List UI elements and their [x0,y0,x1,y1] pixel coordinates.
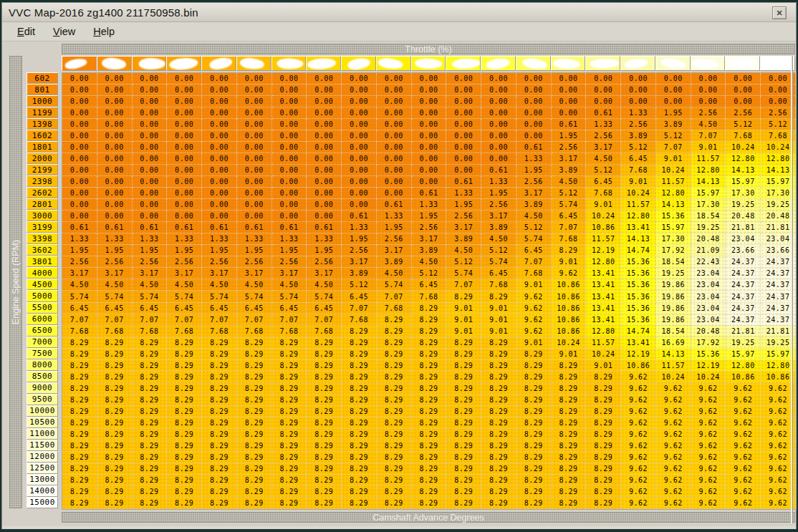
map-cell[interactable]: 8.29 [237,475,272,486]
map-cell[interactable]: 0.00 [377,119,412,130]
map-cell[interactable]: 7.07 [97,314,133,326]
map-cell[interactable]: 11.57 [656,176,691,188]
map-cell[interactable]: 19.86 [656,291,691,302]
map-cell[interactable]: 2.56 [167,256,202,268]
map-cell[interactable]: 9.01 [446,303,481,314]
column-header-cell[interactable] [201,56,236,71]
map-cell[interactable]: 12.19 [691,360,726,372]
map-cell[interactable]: 0.00 [552,107,587,119]
map-cell[interactable]: 0.00 [307,211,342,222]
map-cell[interactable]: 0.00 [167,199,202,211]
map-cell[interactable]: 0.00 [167,96,202,107]
map-cell[interactable]: 9.62 [621,498,656,509]
map-cell[interactable]: 7.68 [481,279,516,291]
map-cell[interactable]: 0.00 [202,84,237,96]
map-cell[interactable]: 0.00 [133,119,168,130]
map-cell[interactable]: 7.68 [377,303,412,314]
map-cell[interactable]: 8.29 [202,349,237,360]
map-cell[interactable]: 15.36 [656,211,691,222]
map-cell[interactable]: 9.62 [552,268,587,279]
column-header-cell[interactable] [132,56,167,71]
map-cell[interactable]: 0.00 [342,119,377,130]
map-cell[interactable]: 7.68 [586,188,621,199]
map-cell[interactable]: 6.45 [307,303,342,314]
map-cell[interactable]: 8.29 [481,383,516,395]
map-cell[interactable]: 0.00 [97,107,133,119]
map-cell[interactable]: 0.00 [237,188,272,199]
map-cell[interactable]: 0.00 [62,199,97,211]
map-cell[interactable]: 15.97 [691,188,726,199]
map-cell[interactable]: 0.00 [272,96,307,107]
map-cell[interactable]: 15.36 [621,303,656,314]
map-cell[interactable]: 20.48 [691,326,726,337]
map-cell[interactable]: 14.13 [726,165,761,176]
map-cell[interactable]: 0.61 [167,222,202,233]
map-cell[interactable]: 0.00 [446,165,481,176]
map-cell[interactable]: 8.29 [202,452,237,463]
map-cell[interactable]: 15.36 [621,256,656,268]
map-cell[interactable]: 8.29 [237,383,272,395]
map-cell[interactable]: 8.29 [202,395,237,406]
map-cell[interactable]: 8.29 [342,429,377,440]
map-cell[interactable]: 8.29 [202,372,237,383]
map-cell[interactable]: 0.00 [237,199,272,211]
map-cell[interactable]: 8.29 [307,440,342,452]
column-header-cell[interactable] [411,56,446,71]
map-cell[interactable]: 8.29 [412,326,447,337]
map-cell[interactable]: 3.89 [621,130,656,142]
map-cell[interactable]: 9.01 [446,314,481,326]
rpm-header-cell[interactable]: 6500 [27,325,58,337]
map-cell[interactable]: 8.29 [307,406,342,417]
map-cell[interactable]: 8.29 [202,337,237,349]
map-cell[interactable]: 0.00 [691,84,726,96]
map-cell[interactable]: 0.00 [691,96,726,107]
map-cell[interactable]: 9.62 [726,395,761,406]
map-cell[interactable]: 8.29 [516,406,552,417]
rpm-header-cell[interactable]: 8500 [27,371,58,382]
map-cell[interactable]: 8.29 [97,463,133,475]
map-cell[interactable]: 4.50 [62,279,97,291]
map-cell[interactable]: 8.29 [446,498,481,509]
map-cell[interactable]: 8.29 [272,406,307,417]
map-cell[interactable]: 3.89 [446,233,481,245]
map-cell[interactable]: 23.66 [726,245,761,256]
map-cell[interactable]: 0.00 [412,176,447,188]
map-cell[interactable]: 8.29 [307,429,342,440]
map-cell[interactable]: 9.01 [446,326,481,337]
map-cell[interactable]: 19.86 [656,314,691,326]
map-cell[interactable]: 0.61 [586,107,621,119]
map-cell[interactable]: 8.29 [377,417,412,429]
map-cell[interactable]: 8.29 [167,372,202,383]
map-cell[interactable]: 0.00 [342,199,377,211]
map-cell[interactable]: 10.24 [621,188,656,199]
map-cell[interactable]: 19.86 [656,279,691,291]
map-cell[interactable]: 8.29 [62,360,97,372]
map-cell[interactable]: 12.19 [586,245,621,256]
map-cell[interactable]: 0.00 [167,107,202,119]
map-cell[interactable]: 8.29 [516,360,552,372]
map-cell[interactable]: 0.00 [446,84,481,96]
map-cell[interactable]: 9.62 [621,463,656,475]
map-cell[interactable]: 8.29 [342,326,377,337]
map-cell[interactable]: 9.62 [691,486,726,498]
map-cell[interactable]: 0.00 [237,84,272,96]
map-cell[interactable]: 0.00 [586,84,621,96]
map-cell[interactable]: 6.45 [552,211,587,222]
column-header-cell[interactable] [655,56,691,71]
map-cell[interactable]: 10.86 [552,303,587,314]
map-cell[interactable]: 8.29 [377,440,412,452]
map-cell[interactable]: 0.00 [412,153,447,165]
map-cell[interactable]: 0.00 [272,107,307,119]
map-cell[interactable]: 3.17 [97,268,133,279]
map-cell[interactable]: 0.00 [412,73,447,84]
map-cell[interactable]: 1.33 [412,199,447,211]
map-cell[interactable]: 8.29 [481,452,516,463]
map-cell[interactable]: 8.29 [481,349,516,360]
map-cell[interactable]: 0.00 [97,119,133,130]
rpm-header-cell[interactable]: 2602 [27,187,58,198]
map-cell[interactable]: 4.50 [97,279,133,291]
map-cell[interactable]: 0.61 [516,142,552,153]
map-cell[interactable]: 8.29 [342,337,377,349]
map-cell[interactable]: 24.37 [726,279,761,291]
map-cell[interactable]: 0.00 [552,73,587,84]
